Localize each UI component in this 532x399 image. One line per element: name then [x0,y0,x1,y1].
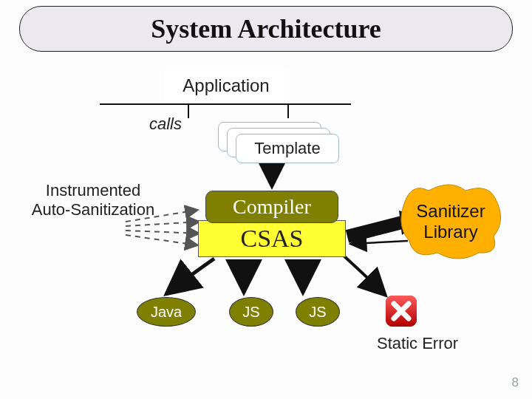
svg-line-8 [126,222,200,226]
sanitizer-line1: Sanitizer [416,201,485,221]
page-title: System Architecture [19,6,513,52]
sanitizer-library-badge: Sanitizer Library [399,183,502,260]
instrumented-label: Instrumented Auto-Sanitization [19,181,167,219]
svg-line-10 [126,235,198,245]
output-js-2: JS [296,297,340,327]
error-icon [384,294,418,328]
sanitizer-line2: Library [423,222,477,242]
compiler-group: Compiler CSAS [198,191,346,257]
template-card-front: Template [236,134,339,163]
csas-label: CSAS [240,225,303,253]
output-java: Java [137,297,196,327]
page-number: 8 [512,375,519,390]
output-js2-label: JS [309,304,326,321]
application-label: Application [183,75,269,96]
calls-label: calls [149,115,182,134]
output-js1-label: JS [242,304,259,321]
page-title-text: System Architecture [151,13,381,44]
svg-line-5 [347,222,405,236]
instrumented-line1: Instrumented [46,181,140,200]
compiler-label: Compiler [233,195,311,219]
template-stack: Template [218,122,339,166]
compiler-box: Compiler [205,191,338,223]
output-java-label: Java [151,304,182,321]
csas-box: CSAS [198,220,346,257]
static-error-label: Static Error [377,334,458,353]
output-js-1: JS [229,297,273,327]
template-label: Template [254,139,320,158]
application-underline [100,103,351,105]
application-box: Application [164,69,288,102]
instrumented-line2: Auto-Sanitization [32,200,154,219]
svg-line-9 [126,231,200,233]
